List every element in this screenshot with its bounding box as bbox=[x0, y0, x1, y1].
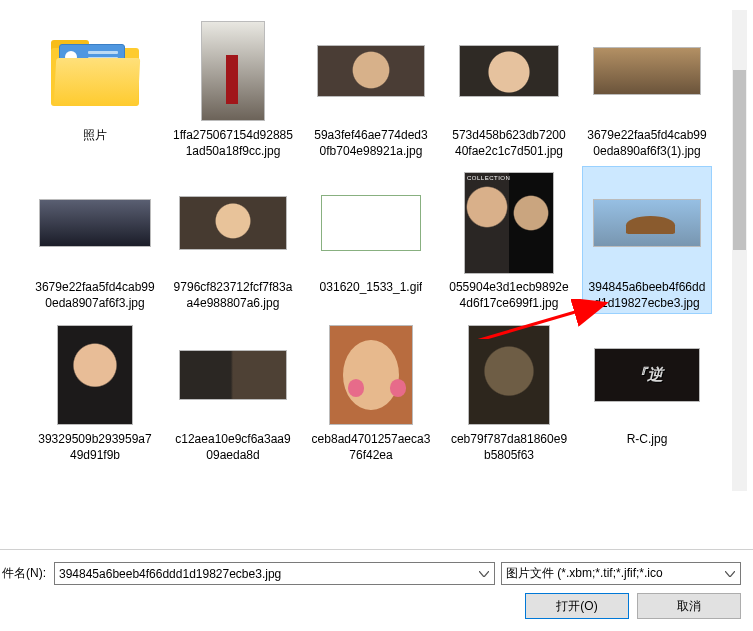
file-item[interactable]: ceb8ad4701257aeca376f42ea bbox=[306, 318, 436, 466]
thumbnail bbox=[587, 171, 707, 275]
file-item-label: c12aea10e9cf6a3aa909aeda8d bbox=[173, 431, 293, 463]
file-item-label: 055904e3d1ecb9892e4d6f17ce699f1.jpg bbox=[449, 279, 569, 311]
cancel-button[interactable]: 取消 bbox=[637, 593, 741, 619]
thumbnail bbox=[587, 19, 707, 123]
file-item-label: 照片 bbox=[83, 127, 107, 143]
file-item[interactable]: 9796cf823712fcf7f83aa4e988807a6.jpg bbox=[168, 166, 298, 314]
file-item-label: ceb8ad4701257aeca376f42ea bbox=[311, 431, 431, 463]
filename-label: 件名(N): bbox=[0, 565, 48, 582]
file-item-label: 39329509b293959a749d91f9b bbox=[35, 431, 155, 463]
file-item[interactable]: 3679e22faa5fd4cab990eda8907af6f3.jpg bbox=[30, 166, 160, 314]
file-item-label: 573d458b623db720040fae2c1c7d501.jpg bbox=[449, 127, 569, 159]
filename-combobox[interactable]: 394845a6beeb4f66ddd1d19827ecbe3.jpg bbox=[54, 562, 495, 585]
thumbnail bbox=[449, 171, 569, 275]
file-item[interactable]: 394845a6beeb4f66ddd1d19827ecbe3.jpg bbox=[582, 166, 712, 314]
file-item[interactable]: 573d458b623db720040fae2c1c7d501.jpg bbox=[444, 14, 574, 162]
thumbnail bbox=[35, 171, 155, 275]
file-item-label: ceb79f787da81860e9b5805f63 bbox=[449, 431, 569, 463]
thumbnail bbox=[173, 171, 293, 275]
file-item[interactable]: 3679e22faa5fd4cab990eda890af6f3(1).jpg bbox=[582, 14, 712, 162]
file-item-label: 3679e22faa5fd4cab990eda890af6f3(1).jpg bbox=[587, 127, 707, 159]
file-item[interactable]: 031620_1533_1.gif bbox=[306, 166, 436, 314]
thumbnail bbox=[173, 323, 293, 427]
file-item[interactable]: 055904e3d1ecb9892e4d6f17ce699f1.jpg bbox=[444, 166, 574, 314]
file-item-label: 9796cf823712fcf7f83aa4e988807a6.jpg bbox=[173, 279, 293, 311]
file-item[interactable]: 照片 bbox=[30, 14, 160, 162]
thumbnail bbox=[449, 19, 569, 123]
chevron-down-icon bbox=[724, 571, 736, 577]
file-item[interactable]: c12aea10e9cf6a3aa909aeda8d bbox=[168, 318, 298, 466]
file-item-label: R-C.jpg bbox=[627, 431, 668, 447]
file-item[interactable]: 『逆R-C.jpg bbox=[582, 318, 712, 466]
file-item-label: 3679e22faa5fd4cab990eda8907af6f3.jpg bbox=[35, 279, 155, 311]
thumbnail: 『逆 bbox=[587, 323, 707, 427]
thumbnail bbox=[311, 19, 431, 123]
file-item[interactable]: 1ffa275067154d928851ad50a18f9cc.jpg bbox=[168, 14, 298, 162]
filetype-filter-combobox[interactable]: 图片文件 (*.xbm;*.tif;*.jfif;*.ico bbox=[501, 562, 741, 585]
scrollbar[interactable] bbox=[732, 10, 747, 491]
folder-icon bbox=[45, 32, 145, 110]
thumbnail bbox=[35, 19, 155, 123]
open-button[interactable]: 打开(O) bbox=[525, 593, 629, 619]
thumbnail bbox=[311, 323, 431, 427]
thumbnail bbox=[311, 171, 431, 275]
thumbnail bbox=[173, 19, 293, 123]
chevron-down-icon bbox=[478, 571, 490, 577]
cancel-button-label: 取消 bbox=[677, 598, 701, 615]
file-item-label: 59a3fef46ae774ded30fb704e98921a.jpg bbox=[311, 127, 431, 159]
thumbnail bbox=[35, 323, 155, 427]
scrollbar-thumb[interactable] bbox=[733, 70, 746, 250]
file-item-label: 394845a6beeb4f66ddd1d19827ecbe3.jpg bbox=[587, 279, 707, 311]
file-item[interactable]: 59a3fef46ae774ded30fb704e98921a.jpg bbox=[306, 14, 436, 162]
file-item-label: 031620_1533_1.gif bbox=[320, 279, 423, 295]
thumbnail bbox=[449, 323, 569, 427]
file-item[interactable]: ceb79f787da81860e9b5805f63 bbox=[444, 318, 574, 466]
file-item-label: 1ffa275067154d928851ad50a18f9cc.jpg bbox=[173, 127, 293, 159]
file-grid[interactable]: 照片1ffa275067154d928851ad50a18f9cc.jpg59a… bbox=[0, 0, 753, 550]
file-item[interactable]: 39329509b293959a749d91f9b bbox=[30, 318, 160, 466]
filename-value: 394845a6beeb4f66ddd1d19827ecbe3.jpg bbox=[59, 567, 281, 581]
dialog-footer: 件名(N): 394845a6beeb4f66ddd1d19827ecbe3.j… bbox=[0, 554, 753, 631]
filetype-filter-value: 图片文件 (*.xbm;*.tif;*.jfif;*.ico bbox=[506, 565, 663, 582]
open-button-label: 打开(O) bbox=[556, 598, 597, 615]
